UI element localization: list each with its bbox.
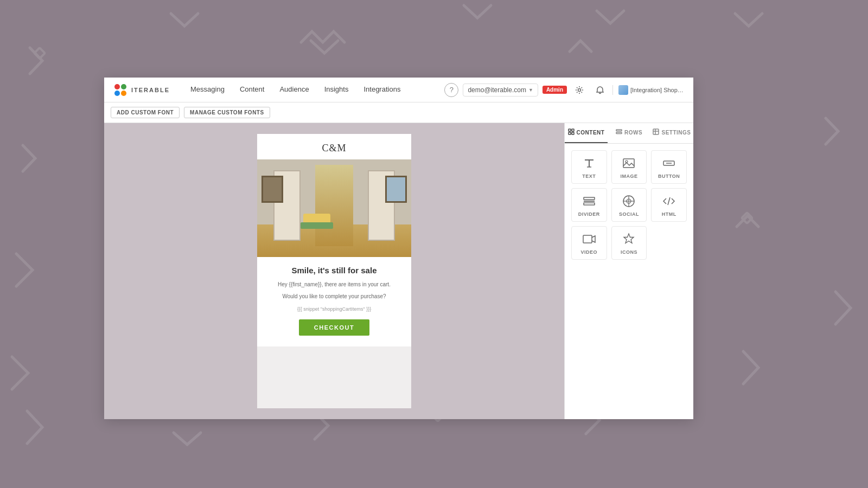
nav-item-audience[interactable]: Audience	[272, 78, 316, 102]
email-body-line2: Would you like to complete your purchase…	[268, 292, 400, 301]
email-body-line1: Hey {{first_name}}, there are items in y…	[268, 280, 400, 289]
nav-logo: ITERABLE	[113, 82, 170, 98]
email-preview: C&M Smile, it'	[257, 134, 411, 408]
svg-rect-12	[616, 130, 622, 131]
icons-item-label: ICONS	[621, 249, 637, 255]
svg-rect-11	[572, 132, 574, 134]
nav-items: Messaging Content Audience Insights Inte…	[183, 78, 444, 102]
icons-icon	[622, 232, 636, 246]
button-icon	[662, 156, 676, 170]
rows-tab-icon	[616, 129, 622, 137]
nav-item-integrations[interactable]: Integrations	[356, 78, 408, 102]
email-snippet: {{{ snippet "shoppingCartItems" }}}	[268, 306, 400, 312]
content-item-icons[interactable]: ICONS	[611, 226, 647, 260]
text-item-label: TEXT	[582, 174, 596, 179]
svg-rect-0	[34, 48, 45, 59]
svg-rect-9	[572, 129, 574, 131]
image-item-label: IMAGE	[620, 174, 637, 179]
svg-rect-10	[569, 132, 571, 134]
tab-rows[interactable]: ROWS	[608, 123, 650, 143]
svg-rect-24	[584, 197, 595, 200]
svg-point-3	[114, 84, 120, 89]
svg-point-6	[121, 91, 126, 96]
manage-custom-fonts-button[interactable]: MANAGE CUSTOM FONTS	[184, 107, 270, 118]
content-item-text[interactable]: TEXT	[571, 150, 607, 184]
nav-right: ? demo@iterable.com ▼ Admin	[444, 82, 685, 98]
svg-rect-20	[623, 159, 634, 168]
content-item-image[interactable]: IMAGE	[611, 150, 647, 184]
svg-rect-13	[616, 132, 622, 134]
add-custom-font-button[interactable]: ADD CUSTOM FONT	[111, 107, 180, 118]
nav-item-messaging[interactable]: Messaging	[183, 78, 232, 102]
right-panel: CONTENT ROWS	[564, 123, 693, 419]
email-title: Smile, it's still for sale	[268, 266, 400, 275]
email-white-card: C&M Smile, it'	[257, 134, 411, 346]
svg-rect-14	[653, 129, 659, 134]
divider-item-label: DIVIDER	[578, 211, 600, 217]
settings-tab-icon	[653, 129, 659, 137]
html-item-label: HTML	[662, 211, 676, 217]
help-button[interactable]: ?	[444, 83, 458, 97]
svg-rect-32	[583, 235, 592, 243]
app-container: ITERABLE Messaging Content Audience Insi…	[104, 78, 693, 419]
text-icon	[582, 156, 596, 170]
room-painting-right	[385, 176, 407, 203]
shopify-icon	[618, 85, 628, 95]
admin-badge: Admin	[542, 86, 567, 94]
panel-content: TEXT IMAGE BUTT	[565, 144, 693, 419]
canvas-area[interactable]: C&M Smile, it'	[104, 123, 564, 419]
email-selector[interactable]: demo@iterable.com ▼	[463, 84, 538, 97]
content-item-social[interactable]: SOCIAL	[611, 188, 647, 222]
content-item-divider[interactable]: DIVIDER	[571, 188, 607, 222]
social-item-label: SOCIAL	[619, 211, 639, 217]
image-icon	[622, 156, 636, 170]
svg-line-31	[668, 197, 670, 205]
email-dropdown-arrow: ▼	[528, 87, 533, 93]
panel-tabs: CONTENT ROWS	[565, 123, 693, 144]
logo-text: ITERABLE	[131, 87, 170, 93]
content-item-button[interactable]: BUTTON	[651, 150, 687, 184]
top-nav: ITERABLE Messaging Content Audience Insi…	[104, 78, 693, 102]
notifications-button[interactable]	[592, 82, 608, 98]
room-hallway	[315, 165, 353, 246]
content-item-html[interactable]: HTML	[651, 188, 687, 222]
email-brand-logo: C&M	[322, 134, 346, 159]
svg-point-4	[121, 84, 126, 89]
divider-icon	[582, 194, 596, 208]
svg-point-5	[114, 91, 120, 96]
svg-point-7	[578, 88, 581, 91]
shopify-integration[interactable]: [Integration] Shopify (...	[612, 85, 685, 95]
tab-content[interactable]: CONTENT	[565, 123, 608, 143]
email-hero-image	[257, 159, 411, 257]
social-icon	[622, 194, 636, 208]
svg-rect-1	[742, 213, 752, 223]
content-tab-icon	[568, 129, 575, 137]
content-item-video[interactable]: VIDEO	[571, 226, 607, 260]
main-content: C&M Smile, it'	[104, 123, 693, 419]
checkout-button[interactable]: CHECKOUT	[299, 319, 369, 336]
button-item-label: BUTTON	[658, 174, 680, 179]
email-body: Smile, it's still for sale Hey {{first_n…	[257, 257, 411, 346]
nav-item-content[interactable]: Content	[232, 78, 272, 102]
video-icon	[582, 232, 596, 246]
tab-settings[interactable]: SETTINGS	[650, 123, 693, 143]
video-item-label: VIDEO	[581, 249, 598, 255]
room-rug	[301, 222, 333, 229]
room-painting-left	[261, 176, 283, 203]
html-icon	[662, 194, 676, 208]
svg-marker-33	[624, 234, 634, 243]
nav-item-insights[interactable]: Insights	[317, 78, 356, 102]
toolbar: ADD CUSTOM FONT MANAGE CUSTOM FONTS	[104, 102, 693, 123]
settings-button[interactable]	[571, 82, 588, 98]
iterable-logo-icon	[113, 82, 128, 98]
svg-rect-26	[584, 203, 595, 205]
svg-rect-8	[569, 129, 571, 131]
